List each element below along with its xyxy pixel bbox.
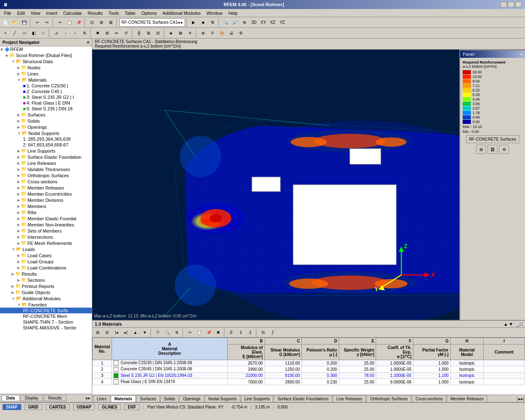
- btab-surfaces[interactable]: Surfaces: [136, 395, 160, 402]
- tb-rotate[interactable]: ⊠: [106, 18, 115, 27]
- menu-table[interactable]: Table: [122, 10, 138, 16]
- tree-results[interactable]: ▶ 📁 Results: [0, 271, 92, 277]
- tb2-axis[interactable]: ⊕: [199, 29, 208, 38]
- tb2-settings[interactable]: ⚙: [236, 29, 245, 38]
- tt-cut[interactable]: ✂: [185, 328, 194, 337]
- tree-openings[interactable]: ▶ 📁 Openings: [0, 124, 92, 130]
- btab-line-supports[interactable]: Line Supports: [241, 395, 274, 402]
- minimize-button[interactable]: _: [500, 2, 507, 7]
- tb2-cross[interactable]: ╬: [135, 29, 144, 38]
- btab-orthotropic[interactable]: Orthotropic Surfaces: [366, 395, 411, 402]
- row-3-comment[interactable]: [484, 372, 525, 379]
- tree-surfaces[interactable]: ▶ 📁 Surfaces: [0, 112, 92, 118]
- panel-settings-icon[interactable]: ⚙: [499, 145, 509, 154]
- btab-surface-elastic[interactable]: Surface Elastic Foundations: [274, 395, 332, 402]
- row-2-material[interactable]: Concrete C35/45 | DIN 1045-1:2008-08: [112, 366, 228, 372]
- tb-zoom-out[interactable]: 🔎: [231, 18, 240, 27]
- tt-prev[interactable]: |◂: [112, 328, 121, 337]
- btab-cross-sections[interactable]: Cross-sections: [412, 395, 446, 402]
- tb2-light[interactable]: ☀: [185, 29, 194, 38]
- col-d-header[interactable]: D: [302, 338, 339, 345]
- nav-tab-display[interactable]: Display: [21, 395, 43, 401]
- row-2-mu[interactable]: 0.200: [302, 366, 339, 372]
- row-1-material[interactable]: Concrete C25/30 | DIN 1045-1:2008-08: [112, 360, 228, 366]
- tb-move[interactable]: ⊞: [97, 18, 106, 27]
- tt-down[interactable]: ▼: [140, 328, 149, 337]
- panel-render-icon[interactable]: 🖼: [488, 145, 498, 154]
- nav-arrow-left[interactable]: ◂: [85, 396, 87, 400]
- row-2-g[interactable]: 1250.00: [265, 366, 302, 372]
- tt-delete[interactable]: ✖: [214, 328, 223, 337]
- row-2-comment[interactable]: [484, 366, 525, 372]
- col-f-header[interactable]: F: [376, 338, 413, 345]
- tt-filter[interactable]: ▽: [153, 328, 162, 337]
- tt-paste[interactable]: 📌: [204, 328, 213, 337]
- row-4-e[interactable]: 7000.00: [228, 379, 265, 385]
- tree-favorites[interactable]: ▼ 📂 Favorites: [0, 301, 92, 308]
- row-1-partial[interactable]: 1.000: [413, 360, 451, 366]
- tree-line-supports[interactable]: ▶ 📁 Line Supports: [0, 148, 92, 154]
- tb-3d[interactable]: 3D: [249, 18, 258, 27]
- menu-insert[interactable]: Insert: [43, 10, 60, 16]
- menu-tools[interactable]: Tools: [106, 10, 121, 16]
- tree-lines[interactable]: ▶ 📁 Lines: [0, 71, 92, 77]
- tree-load-groups[interactable]: ▶ 📁 Load Groups: [0, 258, 92, 265]
- module-dropdown[interactable]: RF-CONCRETE Surfaces CA1 ◂ ▸: [119, 18, 185, 27]
- tt-sort[interactable]: ⇅: [172, 328, 181, 337]
- tb-paste[interactable]: 📌: [74, 18, 83, 27]
- row-4-mu[interactable]: 0.230: [302, 379, 339, 385]
- tt-formula2[interactable]: ƒ: [268, 328, 277, 337]
- btab-member-releases[interactable]: Member Releases: [447, 395, 487, 402]
- tree-rf-concrete-surf[interactable]: RF-CONCRETE Surfa: [0, 308, 92, 313]
- table-scroll-up[interactable]: ▲: [503, 322, 508, 326]
- tb-open[interactable]: 📂: [10, 18, 19, 27]
- rf-concrete-surfaces-button[interactable]: RF-CONCRETE Surfaces: [466, 135, 519, 143]
- btab-materials[interactable]: Materials: [111, 395, 136, 402]
- row-1-mu[interactable]: 0.200: [302, 360, 339, 366]
- tree-ribs[interactable]: ▶ 📁 Ribs: [0, 209, 92, 215]
- btab-openings[interactable]: Openings: [179, 395, 204, 402]
- row-4-material[interactable]: Float Glass | E DIN EN 13474: [112, 379, 228, 385]
- tree-rf-concrete-mem[interactable]: RF-CONCRETE Mem: [0, 313, 92, 319]
- row-3-mu[interactable]: 0.300: [302, 372, 339, 379]
- tb2-mirror[interactable]: ⇔: [112, 29, 121, 38]
- tree-nodes[interactable]: ▶ 📁 Nodes: [0, 64, 92, 71]
- tree-members[interactable]: ▶ 📁 Members: [0, 203, 92, 209]
- tb2-wire[interactable]: ⊠: [176, 29, 185, 38]
- tb-stop[interactable]: ■: [199, 18, 208, 27]
- tb-cut[interactable]: ✂: [55, 18, 64, 27]
- tt-search[interactable]: 🔍: [163, 328, 172, 337]
- window-controls[interactable]: _ □ ×: [500, 2, 522, 7]
- tb2-print[interactable]: 🖨: [227, 29, 236, 38]
- tree-cross-sections[interactable]: ▶ 📁 Cross-sections: [0, 178, 92, 185]
- close-button[interactable]: ×: [515, 2, 522, 7]
- tb-redo[interactable]: ↪: [42, 18, 51, 27]
- col-h-header[interactable]: H: [450, 338, 484, 345]
- tree-guide[interactable]: ▶ 📁 Guide Objects: [0, 289, 92, 295]
- tb-undo[interactable]: ↩: [33, 18, 42, 27]
- tree-project[interactable]: ▶ 📁 Scool Rohmer [Dlubal Files]: [0, 52, 92, 58]
- grid-button[interactable]: GRID: [25, 404, 42, 410]
- tree-printout[interactable]: ▶ 📁 Printout Reports: [0, 283, 92, 289]
- tt-up[interactable]: ▲: [131, 328, 140, 337]
- btab-line-releases[interactable]: Line Releases: [333, 395, 366, 402]
- tree-mat-2[interactable]: ■ 2: Concrete C45 |: [0, 89, 92, 94]
- tb-calc[interactable]: ⚙: [208, 18, 217, 27]
- tree-shape-thin[interactable]: SHAPE-THIN 7 - Section: [0, 319, 92, 325]
- tb2-delete[interactable]: ✖: [93, 29, 102, 38]
- tb2-render[interactable]: ◈: [167, 29, 176, 38]
- row-2-partial[interactable]: 1.000: [413, 366, 451, 372]
- tb-copy[interactable]: 📋: [65, 18, 74, 27]
- tb2-open[interactable]: □: [39, 29, 48, 38]
- tree-line-releases[interactable]: ▶ 📁 Line Releases: [0, 160, 92, 166]
- tree-variable-thicknesses[interactable]: ▶ 📁 Variable Thicknesses: [0, 166, 92, 172]
- tree-structural-data[interactable]: ▼ 📂 Structural Data: [0, 58, 92, 64]
- tb2-num[interactable]: #: [208, 29, 217, 38]
- tree-member-nonlin[interactable]: ▶ 📁 Member Non-linearities: [0, 221, 92, 228]
- tb2-color[interactable]: 🎨: [217, 29, 226, 38]
- tree-member-releases[interactable]: ▶ 📁 Member Releases: [0, 185, 92, 191]
- nav-arrow-right[interactable]: ▸: [88, 396, 90, 400]
- table-minimize[interactable]: _: [516, 322, 519, 326]
- row-2-gamma[interactable]: 25.00: [339, 366, 376, 372]
- tb2-surf[interactable]: ▭: [20, 29, 29, 38]
